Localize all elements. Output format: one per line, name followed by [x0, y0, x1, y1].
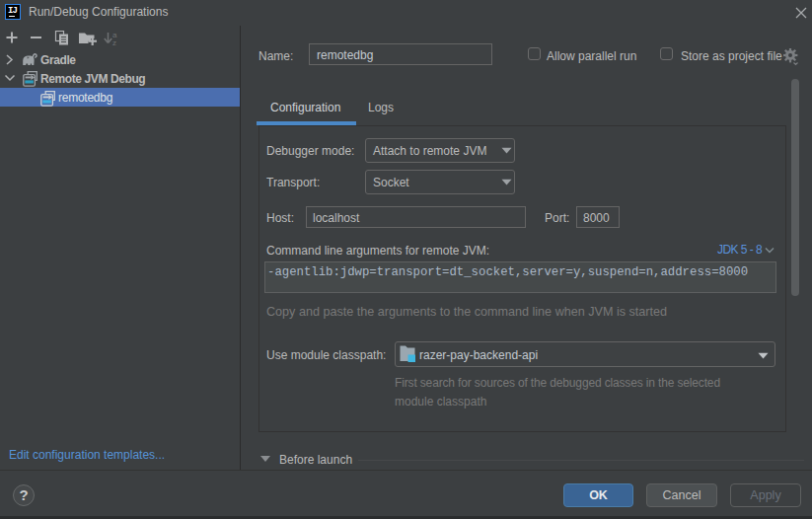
svg-text:z: z	[112, 38, 116, 46]
